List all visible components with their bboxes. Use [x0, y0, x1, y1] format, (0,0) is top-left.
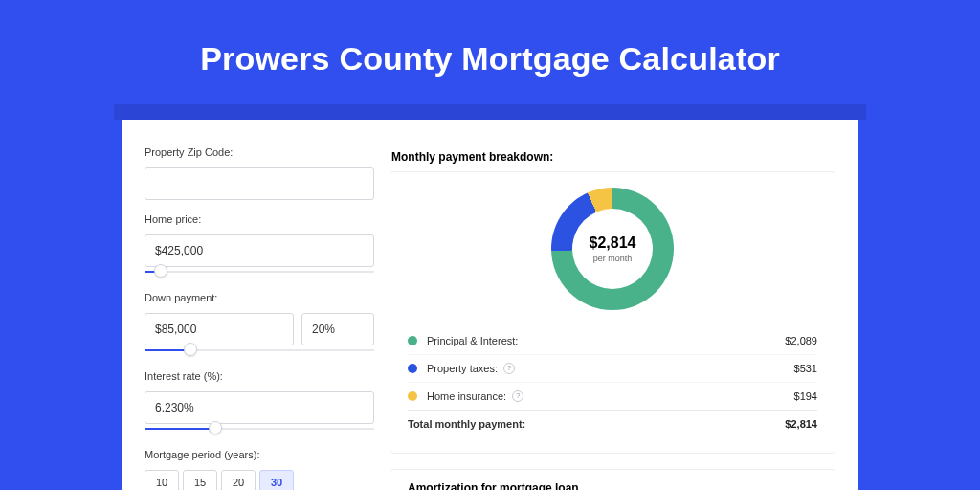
slider-thumb-icon[interactable]: [184, 343, 197, 356]
rate-label: Interest rate (%):: [145, 370, 390, 382]
row-label: Home insurance:?: [427, 390, 523, 402]
legend-dot-icon: [408, 336, 417, 345]
breakdown-row: Principal & Interest:$2,089: [408, 327, 817, 354]
zip-input[interactable]: [145, 167, 374, 200]
period-group: Mortgage period (years): 10152030: [145, 449, 390, 490]
breakdown-row: Property taxes:?$531: [408, 354, 817, 382]
legend-dot-icon: [408, 364, 417, 373]
total-label: Total monthly payment:: [408, 418, 525, 430]
down-label: Down payment:: [145, 292, 390, 303]
period-option-10[interactable]: 10: [145, 470, 179, 490]
row-value: $194: [794, 390, 817, 402]
price-slider[interactable]: [145, 265, 374, 278]
inputs-column: Property Zip Code: Home price: Down paym…: [122, 146, 390, 490]
price-group: Home price:: [145, 213, 390, 278]
info-icon[interactable]: ?: [503, 363, 515, 374]
breakdown-title: Monthly payment breakdown:: [391, 150, 835, 164]
price-label: Home price:: [145, 213, 390, 225]
total-value: $2,814: [785, 418, 817, 430]
page-title: Prowers County Mortgage Calculator: [0, 0, 980, 104]
row-label: Property taxes:?: [427, 363, 515, 374]
rate-group: Interest rate (%):: [145, 370, 390, 435]
donut-chart: $2,814 per month: [551, 188, 674, 310]
price-input[interactable]: [145, 234, 374, 267]
donut-amount: $2,814: [590, 234, 636, 252]
breakdown-rows: Principal & Interest:$2,089Property taxe…: [408, 327, 817, 410]
calculator-card: Property Zip Code: Home price: Down paym…: [122, 120, 858, 490]
info-icon[interactable]: ?: [512, 390, 523, 402]
period-label: Mortgage period (years):: [145, 449, 390, 460]
slider-thumb-icon[interactable]: [209, 421, 222, 434]
down-amount-input[interactable]: [145, 313, 294, 345]
legend-dot-icon: [408, 391, 417, 401]
down-slider[interactable]: [145, 344, 374, 357]
down-group: Down payment:: [145, 292, 390, 357]
period-buttons: 10152030: [145, 470, 390, 490]
donut-sub: per month: [593, 254, 633, 263]
breakdown-row: Home insurance:?$194: [408, 382, 817, 410]
slider-thumb-icon[interactable]: [154, 264, 167, 278]
amortization-title: Amortization for mortgage loan: [408, 481, 817, 490]
rate-slider[interactable]: [145, 422, 374, 435]
period-option-20[interactable]: 20: [221, 470, 256, 490]
card-shadow-strip: [114, 104, 866, 120]
total-row: Total monthly payment: $2,814: [408, 410, 817, 437]
period-option-15[interactable]: 15: [183, 470, 217, 490]
row-label: Principal & Interest:: [427, 335, 518, 346]
down-percent-input[interactable]: [301, 313, 374, 345]
results-column: Monthly payment breakdown: $2,814 per mo…: [390, 146, 858, 490]
period-option-30[interactable]: 30: [259, 470, 294, 490]
row-value: $531: [794, 363, 817, 374]
row-value: $2,089: [785, 335, 817, 346]
zip-group: Property Zip Code:: [145, 146, 390, 200]
breakdown-box: $2,814 per month Principal & Interest:$2…: [390, 171, 835, 454]
rate-input[interactable]: [145, 391, 374, 424]
zip-label: Property Zip Code:: [145, 146, 390, 158]
donut-center: $2,814 per month: [572, 209, 653, 289]
amortization-box: Amortization for mortgage loan Amortizat…: [390, 469, 835, 490]
